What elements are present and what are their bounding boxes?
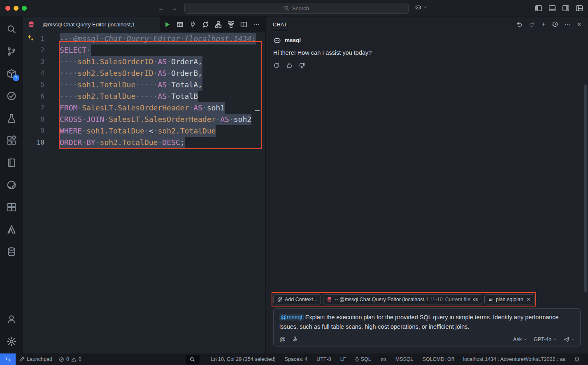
retry-icon[interactable]	[273, 62, 280, 69]
more-chat-actions-icon[interactable]: ⋯	[565, 21, 571, 28]
copilot-sparkle-icon[interactable]	[27, 34, 34, 43]
activity-accounts[interactable]	[0, 308, 23, 330]
more-actions-icon[interactable]: ⋯	[253, 21, 260, 28]
redo-icon[interactable]	[529, 21, 535, 28]
activity-notebooks[interactable]	[0, 152, 23, 174]
remote-indicator[interactable]	[0, 353, 16, 365]
line-number: 5	[23, 79, 44, 91]
tools-icon	[19, 356, 25, 362]
search-placeholder: Search	[292, 5, 309, 12]
activity-testing[interactable]	[0, 107, 23, 129]
go-forward-icon[interactable]: →	[171, 5, 178, 12]
results-grid-icon[interactable]	[177, 21, 184, 28]
new-chat-icon[interactable]: +	[542, 20, 546, 28]
thumbs-up-icon[interactable]	[286, 62, 293, 69]
activity-search[interactable]	[0, 18, 23, 40]
toggle-panel-icon[interactable]	[548, 5, 556, 12]
file-chip-title: -- @mssql Chat Query Editor (localhost,1	[335, 297, 428, 302]
indentation-status[interactable]: Spaces: 4	[281, 353, 311, 365]
notifications-button[interactable]	[571, 353, 583, 365]
run-query-icon[interactable]	[164, 21, 171, 28]
plan-chip-label: plan.sqlplan	[496, 297, 523, 302]
chat-scrollbar[interactable]	[584, 84, 587, 292]
code-line[interactable]: 2SELECT·	[23, 44, 265, 56]
activity-azure[interactable]	[0, 218, 23, 241]
code-line[interactable]: 10ORDER·BY·soh2.TotalDue·DESC;	[23, 137, 265, 148]
model-label: GPT-4o	[534, 337, 551, 342]
tab-chat[interactable]: CHAT	[272, 18, 288, 31]
split-editor-icon[interactable]	[240, 21, 247, 28]
code-line[interactable]: 3····soh1.SalesOrderID·AS·OrderA,	[23, 56, 265, 68]
activity-source-control[interactable]	[0, 40, 23, 63]
minimize-window-button[interactable]	[14, 6, 19, 11]
zoom-indicator[interactable]	[186, 355, 200, 364]
schema-designer-icon[interactable]	[215, 21, 222, 28]
mssql-status[interactable]: MSSQL	[392, 353, 417, 365]
code-text: ····soh2.TotalDue·····AS·TotalB	[60, 91, 198, 102]
activity-sql-database[interactable]	[0, 241, 23, 263]
bell-icon	[574, 356, 580, 362]
launchpad-button[interactable]: Launchpad	[16, 353, 56, 365]
database-red-icon	[327, 297, 332, 302]
code-line[interactable]: 9WHERE·soh1.TotalDue·<·soh2.TotalDue	[23, 125, 265, 137]
remove-plan-chip-icon[interactable]: ✕	[527, 297, 531, 302]
close-chat-icon[interactable]: ✕	[577, 21, 581, 28]
activity-remote-explorer[interactable]	[0, 196, 23, 218]
editor-tab[interactable]: -- @mssql Chat Query Editor (localhost,1	[23, 16, 160, 32]
search-icon	[284, 5, 290, 11]
code-line[interactable]: 7FROM·SalesLT.SalesOrderHeader·AS·soh1	[23, 102, 265, 114]
cursor-position[interactable]: Ln 10, Col 29 (354 selected)	[208, 353, 279, 365]
connect-plug-icon[interactable]	[189, 21, 196, 28]
copilot-menu-button[interactable]	[415, 4, 427, 11]
problems-button[interactable]: 0 0	[56, 353, 85, 365]
toggle-secondary-sidebar-icon[interactable]	[562, 5, 569, 12]
encoding-status[interactable]: UTF-8	[313, 353, 334, 365]
code-text: CROSS·JOIN·SalesLT.SalesOrderHeader·AS·s…	[60, 114, 251, 125]
activity-extensions[interactable]	[0, 129, 23, 152]
zoom-window-button[interactable]	[22, 6, 27, 11]
copilot-status[interactable]	[377, 353, 390, 365]
code-line[interactable]: 5····soh1.TotalDue·····AS·TotalA,	[23, 79, 265, 91]
activity-tasks[interactable]	[0, 85, 23, 107]
query-plan-icon[interactable]	[228, 21, 235, 28]
thumbs-down-icon[interactable]	[299, 62, 305, 69]
microphone-icon[interactable]	[292, 336, 298, 342]
chat-history-icon[interactable]	[552, 21, 558, 28]
change-connection-icon[interactable]	[202, 21, 209, 28]
code-line[interactable]: 6····soh2.TotalDue·····AS·TotalB	[23, 91, 265, 102]
model-dropdown[interactable]: GPT-4o	[534, 337, 557, 342]
mode-dropdown[interactable]: Ask	[513, 337, 527, 342]
activity-github[interactable]	[0, 174, 23, 196]
go-back-icon[interactable]: ←	[158, 5, 165, 12]
mention-icon[interactable]: @	[279, 336, 286, 343]
chat-context-row: Add Context... -- @mssql Chat Query Edit…	[273, 294, 535, 304]
send-button[interactable]	[563, 336, 574, 343]
code-line[interactable]: 1--·@mssql·Chat·Query·Editor·(localhost,…	[23, 33, 265, 44]
mssql-mention[interactable]: @mssql	[279, 314, 304, 321]
add-context-label: Add Context...	[285, 297, 317, 302]
current-file-chip[interactable]: -- @mssql Chat Query Editor (localhost,1…	[323, 294, 482, 304]
add-context-chip[interactable]: Add Context...	[273, 294, 321, 304]
close-window-button[interactable]	[5, 6, 10, 11]
customize-layout-icon[interactable]	[576, 5, 583, 12]
code-editor[interactable]: 1--·@mssql·Chat·Query·Editor·(localhost,…	[23, 32, 265, 353]
undo-icon[interactable]	[516, 21, 523, 28]
errors-count: 0	[66, 356, 69, 362]
chat-input-text[interactable]: @mssql Explain the execution plan for th…	[279, 313, 574, 332]
activity-bar: 1	[0, 16, 23, 353]
code-line[interactable]: 8CROSS·JOIN·SalesLT.SalesOrderHeader·AS·…	[23, 114, 265, 125]
command-center-search[interactable]: Search	[184, 3, 409, 14]
code-line[interactable]: 4····soh2.SalesOrderID·AS·OrderB,	[23, 68, 265, 79]
file-lines-icon	[488, 297, 493, 302]
eol-status[interactable]: LF	[337, 353, 350, 365]
language-mode[interactable]: {} SQL	[352, 353, 374, 365]
chat-prompt-text: Explain the execution plan for the provi…	[279, 314, 559, 330]
toggle-primary-sidebar-icon[interactable]	[535, 5, 542, 12]
chat-input-box[interactable]: @mssql Explain the execution plan for th…	[273, 308, 581, 346]
sqlcmd-status[interactable]: SQLCMD: Off	[419, 353, 458, 365]
eye-icon[interactable]	[473, 297, 479, 302]
plan-file-chip[interactable]: plan.sqlplan ✕	[484, 294, 535, 304]
activity-package-explorer[interactable]: 1	[0, 63, 23, 85]
connection-status[interactable]: localhost,1434 : AdventureWorksLT2022 : …	[460, 353, 568, 365]
activity-settings[interactable]	[0, 330, 23, 353]
